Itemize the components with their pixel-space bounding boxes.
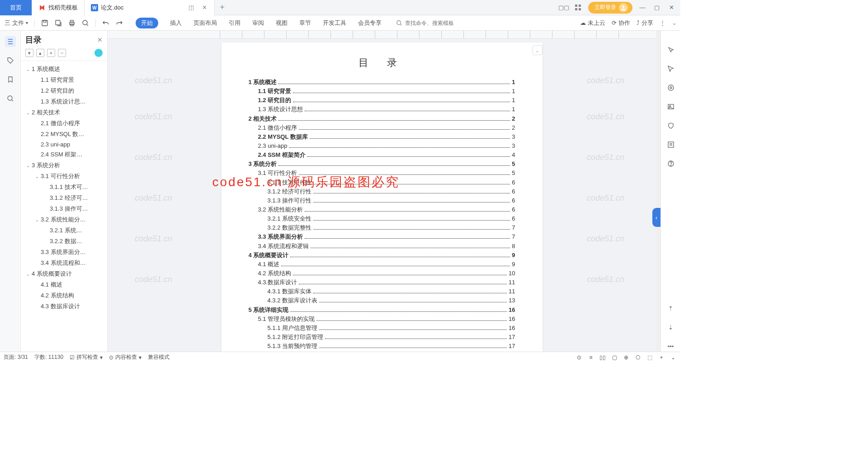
menu-开发工具[interactable]: 开发工具 — [323, 19, 346, 27]
goto-top-icon[interactable]: ⇡ — [665, 303, 676, 314]
toc-row[interactable]: 4 系统概要设计9 — [249, 251, 515, 260]
toc-row[interactable]: 5.1.3 当前预约管理17 — [249, 342, 515, 351]
menu-会员专享[interactable]: 会员专享 — [358, 19, 382, 27]
tab-home[interactable]: 首页 — [0, 0, 32, 15]
outline-item[interactable]: 3.4 系统流程和… — [23, 258, 105, 268]
outline-item[interactable]: 2.2 MYSQL 数… — [23, 129, 105, 140]
toc-row[interactable]: 3.3 系统界面分析7 — [249, 232, 515, 241]
view-reading-icon[interactable]: ▯▯ — [599, 354, 606, 361]
demote-icon[interactable]: − — [58, 49, 66, 57]
rail-bookmark-icon[interactable] — [5, 74, 16, 85]
menu-视图[interactable]: 视图 — [276, 19, 288, 27]
outline-badge-icon[interactable] — [94, 49, 103, 57]
outline-item[interactable]: 1.2 研究目的 — [23, 85, 105, 96]
toc-row[interactable]: 1.3 系统设计思想1 — [249, 105, 515, 114]
toc-row[interactable]: 4.3.1 数据库实体11 — [249, 287, 515, 296]
toc-row[interactable]: 3.2 系统性能分析6 — [249, 205, 515, 214]
promote-icon[interactable]: + — [47, 49, 55, 57]
rail-outline-icon[interactable] — [5, 36, 16, 47]
toc-row[interactable]: 1 系统概述1 — [249, 78, 515, 87]
command-search[interactable] — [396, 20, 468, 26]
outline-item[interactable]: ⌄3.2 系统性能分… — [23, 214, 105, 225]
more-icon[interactable]: ⋮ — [660, 19, 665, 26]
word-count[interactable]: 字数: 11130 — [34, 353, 63, 361]
toc-row[interactable]: 2.1 微信小程序2 — [249, 123, 515, 132]
close-icon[interactable]: ✕ — [202, 5, 208, 11]
page-bookmark-icon[interactable]: ⌄ — [533, 45, 542, 55]
protect-icon[interactable] — [665, 120, 676, 131]
toc-row[interactable]: 4.3.数据库设计11 — [249, 278, 515, 287]
maximize-icon[interactable]: ▢ — [652, 3, 661, 12]
login-button[interactable]: 立即登录 — [588, 2, 632, 14]
view-plain-icon[interactable]: ≡ — [587, 354, 594, 361]
redo-icon[interactable] — [115, 19, 124, 28]
menu-审阅[interactable]: 审阅 — [252, 19, 264, 27]
toc-row[interactable]: 2.4 SSM 框架简介4 — [249, 151, 515, 160]
rail-search-icon[interactable] — [5, 93, 16, 104]
toc-row[interactable]: 5.1 管理员模块的实现16 — [249, 315, 515, 324]
view-web-icon[interactable]: ⊕ — [623, 354, 630, 361]
zoom-menu-icon[interactable]: ⌄ — [670, 354, 677, 361]
outline-item[interactable]: 4.3 数据库设计 — [23, 301, 105, 312]
toc-row[interactable]: 5.1.2 附近打印店管理17 — [249, 333, 515, 342]
outline-item[interactable]: ⌄3.1 可行性分析 — [23, 171, 105, 182]
outline-item[interactable]: 2.3 uni-app — [23, 140, 105, 149]
minimize-icon[interactable]: — — [638, 3, 647, 12]
view-outline-icon[interactable]: ⎔ — [634, 354, 642, 361]
layout-icon[interactable]: ▢▢ — [559, 3, 568, 12]
view-page-icon[interactable]: ▢ — [611, 354, 618, 361]
outline-item[interactable]: ⌄4 系统概要设计 — [23, 268, 105, 279]
toc-row[interactable]: 4.3.2 数据库设计表13 — [249, 296, 515, 305]
outline-item[interactable]: 3.1.2 经济可… — [23, 193, 105, 203]
horizontal-ruler[interactable] — [108, 31, 656, 39]
outline-close-icon[interactable]: ✕ — [97, 36, 103, 43]
toc-row[interactable]: 3.1.1 技术可行性6 — [249, 178, 515, 187]
search-input[interactable] — [405, 20, 468, 26]
more-tools-icon[interactable]: ••• — [665, 341, 676, 352]
settings-icon[interactable] — [665, 82, 676, 93]
expand-all-icon[interactable]: ▴ — [36, 49, 44, 57]
select-tool-icon[interactable] — [665, 44, 676, 55]
outline-item[interactable]: 3.1.1 技术可… — [23, 182, 105, 193]
compat-mode[interactable]: 兼容模式 — [148, 353, 170, 361]
toc-row[interactable]: 2.2 MYSQL 数据库3 — [249, 132, 515, 141]
image-tool-icon[interactable] — [665, 101, 676, 112]
collapse-all-icon[interactable]: ▾ — [25, 49, 33, 57]
outline-item[interactable]: 3.1.3 操作可… — [23, 203, 105, 214]
help-icon[interactable] — [665, 158, 676, 169]
preview-icon[interactable] — [81, 19, 90, 28]
zoom-in-icon[interactable]: + — [658, 354, 665, 361]
toc-row[interactable]: 4.2 系统结构10 — [249, 269, 515, 278]
menu-引用[interactable]: 引用 — [229, 19, 241, 27]
save-as-icon[interactable] — [54, 19, 63, 28]
add-tab-button[interactable]: + — [215, 3, 230, 12]
toc-row[interactable]: 2 相关技术2 — [249, 114, 515, 123]
outline-item[interactable]: ⌄3 系统分析 — [23, 160, 105, 171]
coop-button[interactable]: ⟳ 协作 — [612, 19, 630, 27]
outline-item[interactable]: 2.4 SSM 框架… — [23, 149, 105, 160]
menu-插入[interactable]: 插入 — [170, 19, 182, 27]
toc-row[interactable]: 4.1 概述9 — [249, 260, 515, 269]
toc-row[interactable]: 3.4 系统流程和逻辑8 — [249, 242, 515, 251]
view-focus-icon[interactable]: ⊙ — [576, 354, 583, 361]
spellcheck-toggle[interactable]: ☑ 拼写检查 ▾ — [70, 353, 103, 361]
toc-row[interactable]: 3 系统分析5 — [249, 160, 515, 169]
toc-row[interactable]: 3.2.2 数据完整性7 — [249, 223, 515, 232]
toc-row[interactable]: 3.1.2 经济可行性6 — [249, 187, 515, 196]
file-menu[interactable]: 三 文件 ▾ — [4, 18, 29, 28]
toc-row[interactable]: 3.1.3 操作可行性6 — [249, 196, 515, 205]
undo-icon[interactable] — [101, 19, 110, 28]
outline-item[interactable]: 3.2.1 系统… — [23, 225, 105, 236]
menu-开始[interactable]: 开始 — [136, 18, 158, 28]
menu-章节[interactable]: 章节 — [299, 19, 311, 27]
zoom-fit-icon[interactable]: ⬚ — [646, 354, 653, 361]
rail-tag-icon[interactable] — [5, 55, 16, 66]
vertical-scrollbar[interactable] — [656, 31, 660, 352]
outline-item[interactable]: ⌄1 系统概述 — [23, 64, 105, 75]
cloud-status[interactable]: ☁ 未上云 — [580, 19, 605, 27]
window-close-icon[interactable]: ✕ — [667, 3, 676, 12]
document-area[interactable]: code51.cncode51.cncode51.cncode51.cncode… — [108, 31, 656, 352]
tab-template[interactable]: 找稻壳模板 — [32, 0, 85, 15]
toc-row[interactable]: 5.2 小程序会员模块的实现18 — [249, 351, 515, 352]
toc-row[interactable]: 2.3 uni-app3 — [249, 141, 515, 151]
